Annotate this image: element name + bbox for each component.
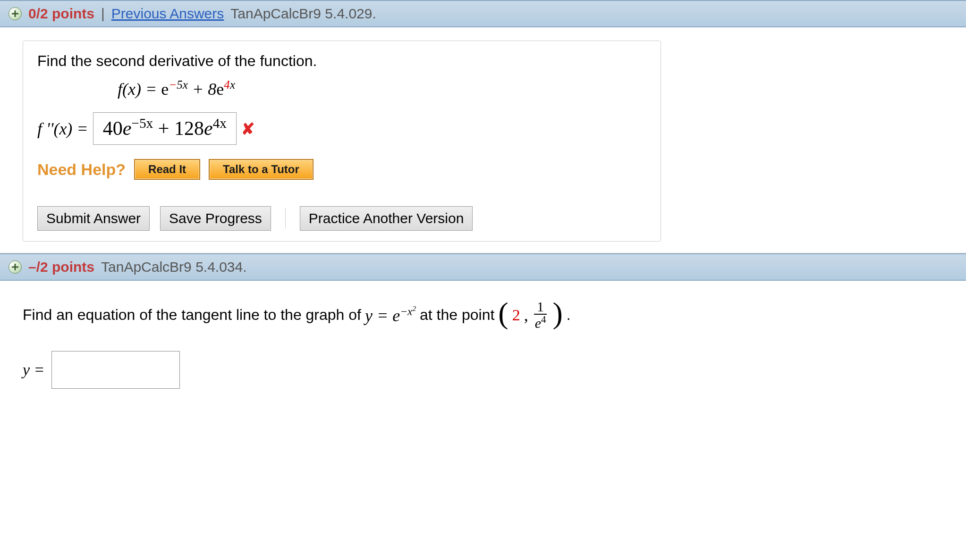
need-help-row: Need Help? Read It Talk to a Tutor [23,159,661,180]
talk-to-tutor-button[interactable]: Talk to a Tutor [209,159,314,180]
answer-input-box[interactable]: 40e−5x + 128e4x [93,112,237,145]
tangent-answer-input[interactable] [51,351,180,389]
practice-another-button[interactable]: Practice Another Version [300,206,473,231]
point-x: 2 [512,306,520,324]
question-body-2: Find an equation of the tangent line to … [0,281,966,408]
save-progress-button[interactable]: Save Progress [160,206,271,231]
answer-row: f ''(x) = 40e−5x + 128e4x ✘ [23,112,661,145]
tangent-prompt: Find an equation of the tangent line to … [23,300,943,330]
question-prompt: Find the second derivative of the functi… [23,41,661,70]
action-row: Submit Answer Save Progress Practice Ano… [23,206,661,231]
previous-answers-link[interactable]: Previous Answers [111,6,224,22]
y-equals-row: y = [23,351,943,389]
read-it-button[interactable]: Read It [134,159,200,180]
separator: | [101,6,105,22]
point-y-fraction: 1 e4 [532,300,549,330]
question-header-2: –/2 points TanApCalcBr9 5.4.034. [0,253,966,281]
points-score: 0/2 points [28,6,94,22]
submit-answer-button[interactable]: Submit Answer [37,206,150,231]
incorrect-icon: ✘ [241,119,254,138]
question-header-1: 0/2 points | Previous Answers TanApCalcB… [0,0,966,27]
plus-icon[interactable] [8,7,22,20]
divider [285,208,286,229]
question-reference: TanApCalcBr9 5.4.034. [101,259,247,275]
fpp-label: f ''(x) = [37,119,88,139]
need-help-label: Need Help? [37,160,126,179]
points-score: –/2 points [28,259,94,275]
plus-icon[interactable] [8,260,22,274]
question-reference: TanApCalcBr9 5.4.029. [230,6,376,22]
y-label: y = [23,361,45,379]
function-expression: f(x) = e−5x + 8e4x [23,78,661,99]
question-body-1: Find the second derivative of the functi… [0,27,966,253]
